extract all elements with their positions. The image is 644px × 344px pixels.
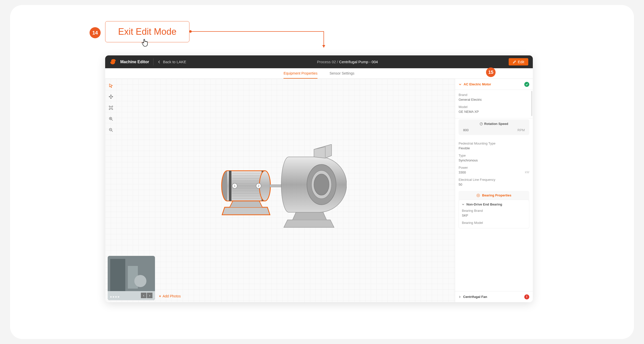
cursor-arrow-icon	[109, 83, 113, 88]
mount-value: Flexible	[459, 146, 529, 150]
tab-sensor-settings[interactable]: Sensor Settings	[330, 68, 354, 79]
app-title: Machine Editor	[120, 60, 149, 64]
breadcrumb: Process 02 / Centrifugal Pump - 004	[317, 60, 378, 64]
bearing-brand-value: SKF	[462, 214, 526, 217]
bearing-nde-title: Non-Drive End Bearing	[466, 202, 502, 206]
power-value: 3300 kW	[459, 170, 529, 174]
equipment-diagram: 1 2	[213, 144, 347, 230]
power-label: Power	[459, 166, 529, 169]
canvas-workspace[interactable]: 1 2	[105, 79, 455, 302]
photo-next-button[interactable]: ›	[147, 293, 152, 298]
section-ac-motor-body-2: Pedestrial Mounting Type Flexible Type S…	[455, 139, 533, 191]
bearing-brand-label: Bearing Brand	[462, 209, 526, 213]
rotation-title: Rotation Speed	[484, 122, 508, 126]
add-photos-button[interactable]: + Add Photos	[159, 294, 181, 298]
app-window: Machine Editor Back to LAKE Process 02 /…	[105, 55, 533, 302]
scrollbar[interactable]	[531, 91, 532, 116]
photo-thumbnail[interactable]: ‹ ›	[108, 256, 155, 300]
svg-text:2: 2	[258, 184, 259, 187]
bearing-title-label: Bearing Properties	[482, 193, 511, 197]
status-warning-icon: !	[524, 294, 529, 299]
exit-edit-mode-label: Exit Edit Mode	[118, 26, 176, 37]
select-tool[interactable]	[108, 82, 114, 89]
tab-equipment-properties[interactable]: Equipment Properties	[284, 68, 317, 79]
plus-icon: +	[159, 294, 161, 298]
section-centrifugal-fan-title: Centrifugal Fan	[463, 295, 487, 299]
step-badge-15: 15	[486, 67, 496, 77]
move-icon	[109, 94, 113, 99]
topbar-divider	[153, 58, 153, 65]
canvas-toolbar	[108, 82, 114, 133]
fan-graphic[interactable]	[281, 144, 347, 227]
type-label: Type	[459, 154, 529, 157]
breadcrumb-parent: Process 02	[317, 60, 336, 64]
power-unit: kW	[525, 170, 529, 174]
photo-prev-button[interactable]: ‹	[141, 293, 146, 298]
section-ac-motor-header[interactable]: AC Electric Motor	[455, 79, 533, 90]
photo-pager-dots	[110, 296, 119, 298]
svg-point-31	[134, 275, 146, 287]
motor-graphic[interactable]: 1 2	[222, 171, 285, 215]
fit-screen-icon	[109, 106, 113, 110]
breadcrumb-current: Centrifugal Pump - 004	[339, 60, 378, 64]
app-logo-icon	[110, 59, 116, 65]
chevron-down-icon	[459, 83, 462, 86]
rotation-speed-card: Rotation Speed 800 RPM	[459, 119, 529, 135]
zoom-in-icon	[109, 117, 113, 121]
section-centrifugal-fan-header[interactable]: Centrifugal Fan !	[455, 291, 533, 302]
brand-label: Brand	[459, 93, 529, 97]
zoom-out-icon	[109, 128, 113, 132]
exit-edit-mode-button[interactable]: Exit Edit Mode	[105, 21, 189, 42]
bearing-icon	[476, 194, 480, 197]
gauge-icon	[480, 122, 483, 125]
svg-rect-5	[229, 171, 231, 201]
arrow-left-icon	[157, 60, 161, 64]
svg-point-34	[477, 194, 480, 197]
freq-label: Electrical Line Frequency	[459, 178, 529, 182]
step-badge-14: 14	[90, 27, 101, 38]
mount-label: Pedestrial Mounting Type	[459, 142, 529, 145]
model-value: GE NEMA XP	[459, 110, 529, 114]
type-value: Synchronous	[459, 158, 529, 162]
svg-rect-29	[110, 259, 125, 297]
status-ok-icon	[524, 82, 529, 87]
back-link-label: Back to LAKE	[163, 60, 186, 64]
svg-point-27	[314, 174, 329, 195]
model-label: Model	[459, 105, 529, 109]
section-ac-motor-title: AC Electric Motor	[464, 82, 491, 86]
zoom-out-tool[interactable]	[108, 127, 114, 133]
move-tool[interactable]	[108, 93, 114, 100]
edit-button[interactable]: Edit	[509, 58, 528, 65]
brand-value: General Electric	[459, 98, 529, 101]
chevron-right-icon	[459, 296, 461, 298]
bearing-model-label: Bearing Model	[462, 221, 526, 225]
fit-tool[interactable]	[108, 105, 114, 111]
topbar: Machine Editor Back to LAKE Process 02 /…	[105, 55, 533, 68]
svg-point-35	[478, 195, 479, 196]
pencil-icon	[513, 60, 516, 64]
rotation-value: 800	[463, 128, 469, 132]
bearing-nde-header[interactable]: Non-Drive End Bearing	[462, 202, 526, 206]
back-link[interactable]: Back to LAKE	[157, 60, 186, 64]
zoom-in-tool[interactable]	[108, 116, 114, 122]
add-photos-label: Add Photos	[163, 294, 181, 298]
freq-value: 50	[459, 183, 529, 186]
section-ac-motor-body: Brand General Electric Model GE NEMA XP	[455, 90, 533, 118]
bearing-properties-section: Bearing Properties Non-Drive End Bearing…	[459, 191, 529, 228]
properties-panel: AC Electric Motor Brand General Electric…	[455, 79, 533, 302]
edit-button-label: Edit	[518, 60, 524, 64]
chevron-down-icon	[462, 203, 464, 206]
svg-text:1: 1	[234, 184, 235, 187]
rotation-unit: RPM	[517, 128, 525, 132]
bearing-nde-card: Non-Drive End Bearing Bearing Brand SKF …	[459, 200, 529, 228]
tabbar: Equipment Properties Sensor Settings	[105, 68, 533, 79]
